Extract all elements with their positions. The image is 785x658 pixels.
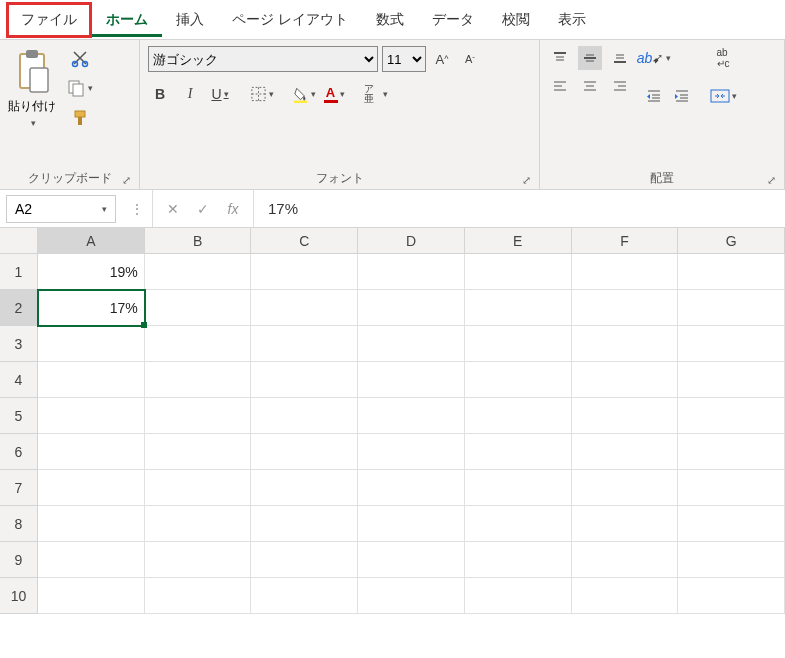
cell-D5[interactable] (358, 398, 465, 434)
cell-B4[interactable] (145, 362, 252, 398)
row-header-9[interactable]: 9 (0, 542, 38, 578)
cell-D4[interactable] (358, 362, 465, 398)
cell-C3[interactable] (251, 326, 358, 362)
cell-C10[interactable] (251, 578, 358, 614)
cell-D6[interactable] (358, 434, 465, 470)
cell-B1[interactable] (145, 254, 252, 290)
cell-C5[interactable] (251, 398, 358, 434)
col-header-E[interactable]: E (465, 228, 572, 254)
cell-E1[interactable] (465, 254, 572, 290)
cell-B2[interactable] (145, 290, 252, 326)
cell-F2[interactable] (572, 290, 679, 326)
row-header-3[interactable]: 3 (0, 326, 38, 362)
row-header-5[interactable]: 5 (0, 398, 38, 434)
cut-button[interactable] (64, 46, 95, 70)
cell-A8[interactable] (38, 506, 145, 542)
orientation-button[interactable]: ab➹▾ (642, 46, 666, 70)
cell-E6[interactable] (465, 434, 572, 470)
tab-review[interactable]: 校閲 (488, 3, 544, 37)
row-header-7[interactable]: 7 (0, 470, 38, 506)
merge-button[interactable]: ▾ (708, 84, 738, 108)
row-header-6[interactable]: 6 (0, 434, 38, 470)
cell-E4[interactable] (465, 362, 572, 398)
cell-B8[interactable] (145, 506, 252, 542)
fill-color-button[interactable]: ▾ (292, 82, 316, 106)
row-header-2[interactable]: 2 (0, 290, 38, 326)
cell-E3[interactable] (465, 326, 572, 362)
fx-icon[interactable]: fx (223, 201, 243, 217)
cell-G3[interactable] (678, 326, 785, 362)
col-header-G[interactable]: G (678, 228, 785, 254)
cell-F1[interactable] (572, 254, 679, 290)
cell-E7[interactable] (465, 470, 572, 506)
align-center-icon[interactable] (578, 74, 602, 98)
cell-B7[interactable] (145, 470, 252, 506)
select-all-corner[interactable] (0, 228, 38, 254)
cell-G2[interactable] (678, 290, 785, 326)
col-header-C[interactable]: C (251, 228, 358, 254)
tab-file[interactable]: ファイル (6, 2, 92, 38)
cell-A9[interactable] (38, 542, 145, 578)
cell-B6[interactable] (145, 434, 252, 470)
align-bottom-icon[interactable] (608, 46, 632, 70)
cell-D8[interactable] (358, 506, 465, 542)
tab-data[interactable]: データ (418, 3, 488, 37)
cell-D2[interactable] (358, 290, 465, 326)
tab-page-layout[interactable]: ページ レイアウト (218, 3, 362, 37)
cell-G10[interactable] (678, 578, 785, 614)
col-header-B[interactable]: B (145, 228, 252, 254)
col-header-D[interactable]: D (358, 228, 465, 254)
font-color-button[interactable]: A ▾ (322, 82, 346, 106)
decrease-indent-icon[interactable] (642, 84, 666, 108)
increase-indent-icon[interactable] (670, 84, 694, 108)
decrease-font-icon[interactable]: Aˇ (458, 47, 482, 71)
name-box[interactable]: A2▾ (6, 195, 116, 223)
cell-A5[interactable] (38, 398, 145, 434)
cell-C2[interactable] (251, 290, 358, 326)
cell-B5[interactable] (145, 398, 252, 434)
cell-E10[interactable] (465, 578, 572, 614)
cell-A7[interactable] (38, 470, 145, 506)
cell-E2[interactable] (465, 290, 572, 326)
tab-view[interactable]: 表示 (544, 3, 600, 37)
cell-A3[interactable] (38, 326, 145, 362)
cell-G6[interactable] (678, 434, 785, 470)
row-header-8[interactable]: 8 (0, 506, 38, 542)
cell-G4[interactable] (678, 362, 785, 398)
increase-font-icon[interactable]: A^ (430, 47, 454, 71)
copy-button[interactable]: ▾ (64, 76, 95, 100)
cell-E5[interactable] (465, 398, 572, 434)
cell-F9[interactable] (572, 542, 679, 578)
cell-A6[interactable] (38, 434, 145, 470)
cell-D1[interactable] (358, 254, 465, 290)
cancel-icon[interactable]: ✕ (163, 201, 183, 217)
cell-B10[interactable] (145, 578, 252, 614)
cell-C8[interactable] (251, 506, 358, 542)
cell-E9[interactable] (465, 542, 572, 578)
cell-B9[interactable] (145, 542, 252, 578)
cell-F10[interactable] (572, 578, 679, 614)
row-header-4[interactable]: 4 (0, 362, 38, 398)
tab-insert[interactable]: 挿入 (162, 3, 218, 37)
clipboard-launcher[interactable]: ⤢ (122, 174, 131, 187)
cell-D7[interactable] (358, 470, 465, 506)
bold-button[interactable]: B (148, 82, 172, 106)
align-left-icon[interactable] (548, 74, 572, 98)
cell-D3[interactable] (358, 326, 465, 362)
cell-G7[interactable] (678, 470, 785, 506)
align-right-icon[interactable] (608, 74, 632, 98)
cell-C6[interactable] (251, 434, 358, 470)
align-middle-icon[interactable] (578, 46, 602, 70)
align-top-icon[interactable] (548, 46, 572, 70)
cell-A10[interactable] (38, 578, 145, 614)
col-header-A[interactable]: A (38, 228, 145, 254)
col-header-F[interactable]: F (572, 228, 679, 254)
format-painter-button[interactable] (64, 106, 95, 130)
cell-G1[interactable] (678, 254, 785, 290)
cell-C4[interactable] (251, 362, 358, 398)
alignment-launcher[interactable]: ⤢ (767, 174, 776, 187)
cell-F4[interactable] (572, 362, 679, 398)
cell-C9[interactable] (251, 542, 358, 578)
font-launcher[interactable]: ⤢ (522, 174, 531, 187)
cell-G9[interactable] (678, 542, 785, 578)
